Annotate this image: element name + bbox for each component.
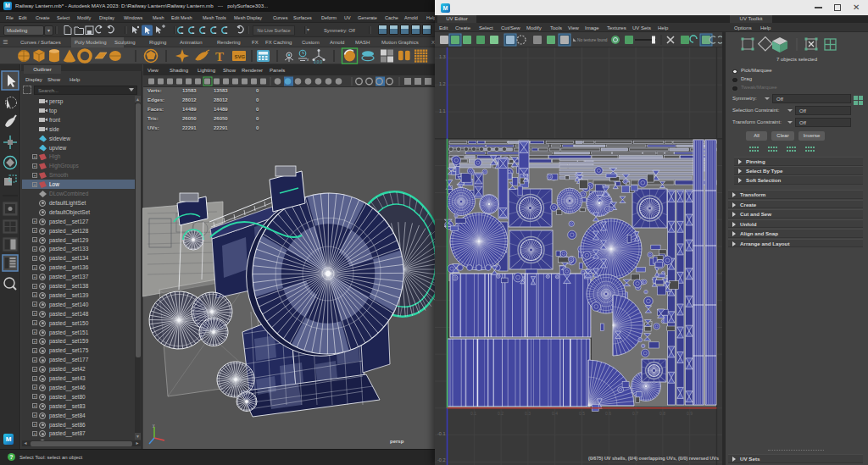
svg-text:SVG: SVG [235, 54, 246, 59]
svg-text:x: x [307, 58, 309, 62]
svg-text:No texture found: No texture found [577, 38, 608, 42]
svg-text:T: T [215, 50, 224, 64]
